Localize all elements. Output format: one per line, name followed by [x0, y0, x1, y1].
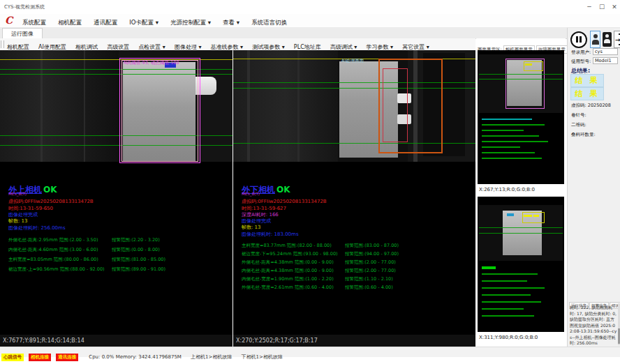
roi-box-red — [383, 68, 408, 142]
window-title: CYS-视觉检测系统 — [4, 3, 45, 10]
pixel-coordinate-readout: X:270;Y:2502;R:17;G:17;B:17 — [233, 335, 475, 347]
thumb-text-line — [482, 135, 539, 137]
middle-camera-image[interactable]: AI处理画面 — [233, 50, 475, 162]
pause-icon — [576, 36, 578, 43]
left-camera-image[interactable]: N高阈值:93, 动态阈值:100 — [0, 50, 232, 162]
result-box-top: 结 果 — [570, 74, 604, 87]
measurement-row: 外侧毛丝-距离:2.95mm 范围:(2.00 - 3.50) — [8, 237, 98, 243]
measurement-row: 裙边宽度-下=95.24mm 范围:(93.00 - 98.00) — [242, 251, 338, 257]
alarm-range: 报警范围:(0.60 - 4.00) — [345, 285, 393, 291]
alarm-range: 报警范围:(89.00 - 91.00) — [112, 266, 165, 273]
pause-button[interactable] — [570, 31, 587, 48]
roi-box-pink — [121, 60, 198, 162]
cpu-memory-status: Cpu: 0.0% Memory: 3424.41796875M — [89, 354, 182, 360]
maximize-button[interactable]: ☐ — [596, 3, 607, 12]
machine-rail — [247, 50, 250, 162]
close-button[interactable]: ✕ — [609, 3, 620, 12]
minimize-button[interactable]: ─ — [584, 3, 595, 12]
thumb-coordinate-readout: X:311;Y:980;R:0;G:0;B:0 — [479, 335, 538, 340]
right-sidebar: → 登录用户: cys 使用型号: Model1 总结果: 结 果 结 果 虚拟… — [567, 28, 620, 347]
virtual-code-label: 虚拟码: 20250208 — [571, 103, 611, 109]
person-icon — [593, 34, 598, 38]
measurement-row: 外侧毛丝-距离=4.38mm 范围:(0.00 - 9.00) — [242, 259, 334, 266]
thumb-text-line — [482, 130, 524, 131]
threshold-overlay-text: N高阈值:93, 动态阈值:100 — [124, 60, 179, 66]
person-icon — [605, 34, 609, 38]
alarm-range: 报警范围:(2.00 - 77.00) — [345, 268, 396, 274]
upper-camera-status: 上相机1>相机故障 — [191, 354, 232, 361]
mes-sub-label: MES_B(T) — [8, 192, 27, 196]
alarm-range: 报警范围:(1.10 - 2.10) — [345, 276, 393, 282]
thumbnail-camera-bottom[interactable] — [478, 197, 564, 332]
measurement-row: 外侧毛丝-宽度=2.61mm 范围:(0.60 - 4.00) — [242, 285, 334, 291]
thumb-text-line — [482, 273, 538, 275]
measure-line-green — [479, 74, 563, 75]
user-login-button[interactable] — [590, 31, 600, 48]
roi-box-yellow — [522, 212, 545, 223]
display-column: 画面显示区:相机画面显示故障画面显示 X:267;Y:13;R:0;G:0;B:… — [476, 38, 566, 347]
thumb-text-line — [482, 315, 534, 317]
thumb-text-line — [482, 141, 548, 142]
thumb-text-line — [482, 280, 527, 282]
thumb-text-line — [482, 308, 524, 310]
marker-yellow — [525, 63, 532, 66]
machine-rail — [297, 50, 300, 162]
measure-line-green — [479, 79, 563, 79]
status-bar: 心跳信号 相机连接 通讯连接 Cpu: 0.0% Memory: 3424.41… — [0, 347, 620, 357]
frame-count: 帧数: 13 — [242, 224, 261, 231]
model-label: 使用型号: — [571, 59, 591, 65]
marker-yellow — [533, 215, 539, 217]
alarm-range: 报警范围:(83.00 - 87.00) — [345, 243, 399, 249]
ring-count-label: 叠料环数量: — [571, 132, 596, 138]
thumb-text-line — [482, 301, 541, 303]
measure-line-green — [479, 233, 563, 234]
alarm-range: 报警范围:(2.20 - 3.20) — [112, 237, 160, 243]
thumb-text-line — [482, 152, 535, 153]
thumb-text-line — [482, 294, 531, 296]
alarm-range: 报警范围:(94.00 - 97.00) — [345, 251, 399, 257]
thumb-text-line — [482, 287, 545, 289]
exit-button[interactable]: → — [614, 31, 620, 48]
lower-camera-status: 下相机1>相机故障 — [241, 354, 282, 361]
result-box-bottom: 结 果 — [570, 87, 604, 100]
toolbar: 相机配置 AI使用配置 相机调试 高级设置 点检设置 ▾ 图像处理 ▾ 基准线参… — [0, 38, 475, 51]
alarm-range: 报警范围:(2.00 - 77.00) — [345, 259, 396, 266]
camera-connection-badge: 相机连接 — [29, 354, 51, 361]
alarm-range: 报警范围:(81.00 - 85.00) — [112, 257, 165, 263]
measurement-row: 裙边宽度-上=90.56mm 范围:(88.00 - 92.00) — [8, 266, 105, 273]
needle-number-label: 卷针号: — [571, 112, 586, 119]
thumb-text-line — [482, 146, 520, 148]
thumb-coordinate-readout: X:267;Y:13;R:0;G:0;B:0 — [479, 187, 535, 192]
marker-blue — [507, 213, 514, 216]
left-camera-panel[interactable]: N高阈值:93, 动态阈值:100 外上相机OK MES_B(T) 虚拟码:0F… — [0, 50, 232, 347]
login-user-value[interactable]: cys — [593, 48, 618, 55]
tab-strip: 运行图像 — [0, 27, 567, 39]
model-select[interactable]: Model1 — [593, 57, 618, 64]
thumb-text-line — [482, 124, 545, 126]
measurement-row: 内侧毛丝-距离=4.38mm 范围:(0.00 - 9.00) — [242, 268, 334, 274]
processing-elapsed: 图像处理耗时: 183.00ms — [242, 231, 299, 238]
app-logo-icon: C — [5, 15, 13, 26]
app-window: CYS-视觉检测系统 ─ ☐ ✕ C 系统配置 相机配置 通讯配置 IO卡配置 … — [0, 0, 620, 364]
result-ok: OK — [276, 185, 290, 195]
thumbnail-camera-top[interactable] — [478, 50, 564, 184]
tab-run-image[interactable]: 运行图像 — [2, 28, 43, 39]
measurement-row: 内侧毛丝-距离:4.60mm 范围:(3.00 - 6.00) — [8, 247, 98, 253]
middle-camera-panel[interactable]: AI处理画面 外下相机OK MES_B(T) 虚拟码:0FFIiw2025020… — [233, 50, 475, 347]
pixel-coordinate-readout: X:7677;Y:891;R:14;G:14;B:14 — [0, 335, 232, 347]
person-icon — [604, 39, 610, 43]
thumb-text-line — [482, 158, 542, 159]
measurement-row: 主料宽度=83.05mm 范围:(80.00 - 86.00) — [8, 257, 98, 263]
qrcode-label: 二维码: — [571, 122, 586, 128]
thumb-text-line — [482, 119, 532, 120]
menu-bar: C 系统配置 相机配置 通讯配置 IO卡配置 ▾ 光源控制配置 ▾ 查看 ▾ 系… — [0, 14, 620, 28]
thumb-image — [479, 54, 563, 113]
operator-button[interactable] — [603, 32, 612, 47]
exit-arrow-icon: → — [615, 37, 620, 43]
log-output: 耗时: 222, 缺陷检测耗时: 17, 缺陷分类耗时: 0, 缺陷提取分区耗时… — [570, 305, 617, 347]
alarm-range: 报警范围:(0.00 - 8.00) — [112, 247, 160, 253]
heartbeat-badge: 心跳信号 — [1, 354, 24, 361]
thumb-image — [479, 205, 563, 261]
frame-count: 帧数: 13 — [8, 218, 28, 225]
thumb-ok-mark — [482, 266, 496, 269]
